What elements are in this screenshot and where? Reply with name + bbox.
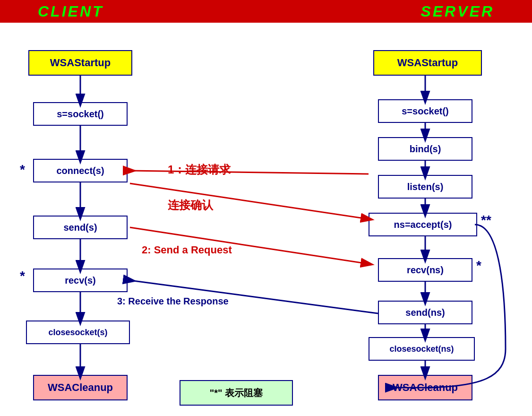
server-closesocket: closesocket(ns)	[369, 337, 475, 361]
arrow-msg1b-confirm	[130, 183, 368, 219]
star-recv-c: *	[20, 269, 25, 284]
client-wsacleanup: WSACleanup	[33, 375, 128, 400]
server-send: send(ns)	[378, 301, 472, 324]
server-recv: recv(ns)	[378, 258, 472, 282]
server-wsa-startup: WSAStartup	[373, 50, 482, 76]
msg1-label: 1：连接请求	[168, 162, 231, 177]
server-bind: bind(s)	[378, 137, 472, 161]
star-accept-s: **	[481, 213, 491, 228]
msg3-label: 3: Receive the Response	[117, 296, 229, 307]
server-wsacleanup: WSACleanup	[378, 375, 472, 400]
server-listen: listen(s)	[378, 175, 472, 199]
client-connect: connect(s)	[33, 159, 128, 182]
client-title: CLIENT	[38, 3, 104, 20]
star-connect: *	[20, 162, 25, 177]
client-recv: recv(s)	[33, 269, 128, 292]
star-recv-s: *	[476, 258, 481, 273]
msg2-label: 2: Send a Request	[142, 244, 232, 256]
arrow-msg1-connect-request	[130, 171, 369, 174]
client-wsa-startup: WSAStartup	[28, 50, 132, 76]
main-area: WSAStartup s=socket() connect(s) send(s)…	[0, 23, 532, 416]
client-send: send(s)	[33, 216, 128, 239]
client-socket: s=socket()	[33, 102, 128, 126]
client-closesocket: closesocket(s)	[26, 321, 130, 344]
msg1b-label: 连接确认	[168, 198, 213, 213]
server-title: SERVER	[420, 3, 494, 20]
server-accept: ns=accept(s)	[369, 213, 477, 236]
note-box: "*" 表示阻塞	[180, 380, 293, 406]
server-socket: s=socket()	[378, 99, 472, 123]
header: CLIENT SERVER	[0, 0, 532, 23]
